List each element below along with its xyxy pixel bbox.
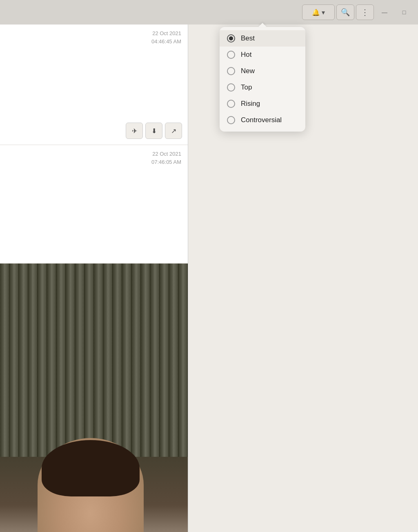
sort-controversial-label: Controversial xyxy=(241,116,282,124)
sort-dropdown-menu: Best Hot New Top Rising Controversial xyxy=(220,27,305,132)
card-1: 22 Oct 2021 04:46:45 AM ✈ ⬇ ↗ xyxy=(0,25,188,145)
maximize-button[interactable]: □ xyxy=(395,4,413,20)
sort-top-label: Top xyxy=(241,83,252,92)
card-2-time: 07:46:05 AM xyxy=(151,158,181,166)
card-1-time: 04:46:45 AM xyxy=(151,38,181,46)
image-card xyxy=(0,264,188,532)
titlebar: 🔔 ▾ 🔍 ⋮ — □ xyxy=(0,0,418,25)
minimize-button[interactable]: — xyxy=(376,4,394,20)
sort-option-controversial[interactable]: Controversial xyxy=(220,112,305,128)
radio-controversial xyxy=(227,116,235,124)
share-button[interactable]: ↗ xyxy=(165,123,182,139)
maximize-icon: □ xyxy=(402,9,406,16)
sort-option-rising[interactable]: Rising xyxy=(220,96,305,112)
vent-slats xyxy=(0,264,188,457)
radio-new xyxy=(227,67,235,75)
kitchen-image xyxy=(0,264,188,532)
sort-option-best[interactable]: Best xyxy=(220,30,305,47)
sort-icon: 🔔 xyxy=(312,9,320,16)
dropdown-caret xyxy=(258,23,267,27)
search-button[interactable]: 🔍 xyxy=(336,4,354,20)
radio-best xyxy=(227,34,235,42)
minimize-icon: — xyxy=(382,9,387,16)
dropdown-arrow-icon: ▾ xyxy=(322,9,325,16)
person-hair xyxy=(42,440,140,496)
sort-hot-label: Hot xyxy=(241,51,251,59)
sort-dropdown-button[interactable]: 🔔 ▾ xyxy=(302,4,335,20)
card-2-timestamp: 22 Oct 2021 07:46:05 AM xyxy=(151,150,181,166)
content-divider xyxy=(188,25,188,532)
share-icon: ↗ xyxy=(171,127,176,135)
search-icon: 🔍 xyxy=(341,8,350,17)
download-icon: ⬇ xyxy=(151,127,157,135)
sort-option-top[interactable]: Top xyxy=(220,79,305,96)
radio-rising xyxy=(227,100,235,108)
card-1-timestamp: 22 Oct 2021 04:46:45 AM xyxy=(151,29,181,45)
sort-best-label: Best xyxy=(241,34,255,42)
radio-hot xyxy=(227,51,235,59)
download-button[interactable]: ⬇ xyxy=(145,123,162,139)
sort-new-label: New xyxy=(241,67,255,75)
menu-button[interactable]: ⋮ xyxy=(356,4,374,20)
sort-option-hot[interactable]: Hot xyxy=(220,47,305,63)
unpin-button[interactable]: ✈ xyxy=(126,123,143,139)
card-2: 22 Oct 2021 07:46:05 AM xyxy=(0,145,188,264)
card-2-date: 22 Oct 2021 xyxy=(151,150,181,158)
content-area: 22 Oct 2021 04:46:45 AM ✈ ⬇ ↗ 22 Oct 202… xyxy=(0,25,188,532)
card-1-actions: ✈ ⬇ ↗ xyxy=(126,123,182,139)
sort-option-new[interactable]: New xyxy=(220,63,305,79)
sort-rising-label: Rising xyxy=(241,100,260,108)
card-1-date: 22 Oct 2021 xyxy=(151,29,181,38)
vertical-dots-icon: ⋮ xyxy=(361,7,369,17)
unpin-icon: ✈ xyxy=(132,127,137,135)
radio-top xyxy=(227,83,235,92)
person-head xyxy=(38,438,144,532)
